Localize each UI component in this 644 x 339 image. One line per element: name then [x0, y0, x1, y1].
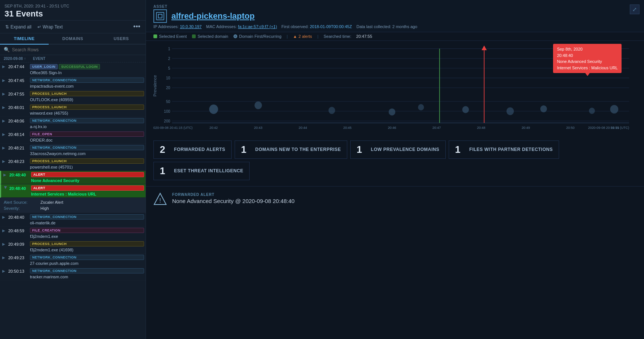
summary-card-domains-new[interactable]: 1 DOMAINS NEW TO THE ENTERPRISE: [235, 140, 347, 159]
event-label: powershell.exe (45701): [30, 165, 144, 169]
event-content: ALERT Internet Services : Malicious URL: [31, 185, 144, 196]
list-item[interactable]: ▶ 20:50:13 NETWORK_CONNECTION tracker.ma…: [0, 267, 146, 281]
event-label: a-nj.lrx.io: [30, 124, 144, 129]
event-time: 20:50:13: [8, 269, 30, 273]
chart-tooltip: Sep 8th, 2020 20:48:40 None Advanced Sec…: [553, 44, 622, 73]
svg-text:20: 20: [166, 86, 170, 90]
event-time: 20:49:23: [8, 255, 30, 260]
summary-number: 1: [455, 144, 466, 155]
event-label: Office365 Sign-In: [30, 70, 144, 75]
legend-selected-event: Selected Event: [153, 34, 187, 39]
svg-text:20:46: 20:46: [388, 126, 396, 130]
mac-link[interactable]: fa:1c:ae:57:c9:f7 (+1): [238, 24, 277, 29]
svg-text:!: !: [159, 197, 161, 204]
tag-process: PROCESS_LAUNCH: [30, 91, 144, 96]
event-label: f3j2mdem1.exe: [30, 234, 144, 239]
list-item[interactable]: ▶ 20:48:59 FILE_CREATION f3j2mdem1.exe: [0, 227, 146, 240]
list-item[interactable]: ▶ 20:47:45 NETWORK_CONNECTION impactradi…: [0, 76, 146, 90]
asset-name[interactable]: alfred-pickens-laptop: [171, 11, 254, 21]
svg-text:20:49: 20:49: [522, 126, 530, 130]
ip-link[interactable]: 10.0.30.197: [180, 24, 202, 29]
tag-file: FILE_CREATION: [30, 228, 144, 233]
tabs: TIMELINE DOMAINS USERS: [0, 33, 146, 45]
summary-card-low-prevalence[interactable]: 1 LOW PREVALENCE DOMAINS: [350, 140, 446, 159]
detail-key: Alert Source:: [4, 200, 37, 205]
list-item[interactable]: ▶ 20:48:21 NETWORK_CONNECTION 33across2w…: [0, 144, 146, 157]
event-time: 20:48:59: [8, 228, 30, 233]
event-content: FILE_CREATION f3j2mdem1.exe: [30, 228, 144, 239]
events-list[interactable]: ▶ 20:47:44 USER_LOGIN SUCCESSFUL LOGIN O…: [0, 63, 146, 339]
svg-point-40: [540, 105, 547, 112]
detail-value: Zscaler Alert: [40, 200, 63, 205]
list-item[interactable]: ▶ 20:48:14 FILE_OPEN ORDER.doc: [0, 130, 146, 144]
list-item[interactable]: ▶ 20:48:06 NETWORK_CONNECTION a-nj.lrx.i…: [0, 117, 146, 130]
svg-text:10: 10: [166, 76, 170, 80]
summary-card-forwarded-alerts[interactable]: 2 FORWARDED ALERTS: [153, 140, 232, 159]
alert-detail: ! FORWARDED ALERT None Advanced Security…: [146, 187, 644, 212]
tooltip-time: 20:48:40: [557, 52, 618, 59]
expand-arrow: ▶: [2, 255, 7, 260]
expand-arrow: ▶: [2, 132, 7, 136]
list-item[interactable]: ▶ 20:47:44 USER_LOGIN SUCCESSFUL LOGIN O…: [0, 63, 146, 76]
detail-key: Severity:: [4, 206, 37, 211]
list-item[interactable]: ▶ 20:48:01 PROCESS_LAUNCH winword.exe (4…: [0, 103, 146, 117]
tab-domains[interactable]: DOMAINS: [49, 33, 97, 45]
event-content: USER_LOGIN SUCCESSFUL LOGIN Office365 Si…: [30, 64, 144, 75]
svg-text:200: 200: [164, 119, 170, 123]
expand-panel-button[interactable]: ⤢: [630, 4, 640, 14]
event-time: 20:47:55: [8, 92, 30, 96]
event-detail-row: Alert Source: Zscaler Alert Severity: Hi…: [0, 198, 146, 213]
event-content: NETWORK_CONNECTION a-nj.lrx.io: [30, 118, 144, 129]
mac-label: MAC Addresses: fa:1c:ae:57:c9:f7 (+1): [206, 24, 277, 29]
alert-type: FORWARDED ALERT: [172, 193, 294, 197]
expand-all-button[interactable]: ⇅ Expand all: [4, 24, 33, 30]
more-options-button[interactable]: •••: [132, 23, 142, 31]
summary-card-partner-detections[interactable]: 1 FILES WITH PARTNER DETECTIONS: [449, 140, 559, 159]
summary-label: FORWARDED ALERTS: [174, 147, 225, 153]
event-time: 20:48:40: [8, 215, 30, 220]
event-label: ORDER.doc: [30, 138, 144, 142]
summary-cards: 2 FORWARDED ALERTS 1 DOMAINS NEW TO THE …: [146, 134, 644, 187]
tab-users[interactable]: USERS: [97, 33, 146, 45]
event-content: FILE_OPEN ORDER.doc: [30, 131, 144, 142]
expand-arrow: ▶: [2, 146, 7, 150]
event-time: 20:47:45: [8, 78, 30, 83]
event-time: 20:48:40: [9, 173, 31, 177]
svg-text:2: 2: [168, 57, 170, 61]
list-item-alert[interactable]: ▶ 20:48:40 ALERT None Advanced Security: [0, 171, 146, 184]
expand-arrow: ▶: [3, 173, 8, 177]
event-label: impactradius-event.com: [30, 84, 144, 88]
wrap-text-button[interactable]: ↵ Wrap Text: [36, 24, 64, 30]
event-label: 27-courier.push.apple.com: [30, 261, 144, 266]
search-input[interactable]: [12, 47, 142, 52]
summary-card-eset[interactable]: 1 ESET THREAT INTELLIGENCE: [153, 162, 250, 180]
legend-dot-dark-green: [192, 34, 196, 38]
svg-rect-1: [158, 14, 162, 18]
tag-network: NETWORK_CONNECTION: [30, 214, 144, 220]
tooltip-line1: None Advanced Security: [557, 58, 618, 65]
summary-number: 2: [160, 144, 170, 155]
legend-separator: |: [287, 34, 288, 39]
list-item-alert-expanded[interactable]: ▶ 20:48:40 ALERT Internet Services : Mal…: [0, 184, 146, 198]
summary-number: 1: [241, 144, 251, 155]
svg-text:20:48: 20:48: [477, 126, 485, 130]
event-label: tracker.marinsm.com: [30, 275, 144, 279]
svg-point-41: [589, 108, 595, 114]
toolbar: ⇅ Expand all ↵ Wrap Text •••: [0, 21, 146, 33]
date-range: SEP 8TH, 2020: 20:41 - 20:51 UTC: [4, 4, 141, 8]
tag-process: PROCESS_LAUNCH: [30, 158, 144, 164]
list-item[interactable]: ▶ 20:49:23 NETWORK_CONNECTION 27-courier…: [0, 254, 146, 267]
list-item[interactable]: ▶ 20:47:55 PROCESS_LAUNCH OUTLOOK.exe (4…: [0, 90, 146, 103]
legend: Selected Event Selected domain Domain Fi…: [146, 32, 644, 41]
event-time: 20:48:06: [8, 119, 30, 123]
list-item[interactable]: ▶ 20:49:09 PROCESS_LAUNCH f3j2mdem1.exe …: [0, 240, 146, 254]
forwarded-alert-icon: !: [153, 193, 167, 206]
left-header: SEP 8TH, 2020: 20:41 - 20:51 UTC 31 Even…: [0, 0, 146, 21]
event-time: 20:48:21: [8, 146, 30, 150]
tab-timeline[interactable]: TIMELINE: [0, 33, 49, 45]
list-item[interactable]: ▶ 20:48:23 PROCESS_LAUNCH powershell.exe…: [0, 157, 146, 171]
summary-label: LOW PREVALENCE DOMAINS: [371, 147, 439, 153]
expand-arrow: ▶: [2, 92, 7, 96]
list-item[interactable]: ▶ 20:48:40 NETWORK_CONNECTION oli-materl…: [0, 213, 146, 227]
alert-triangle-icon: ▲: [293, 34, 297, 39]
